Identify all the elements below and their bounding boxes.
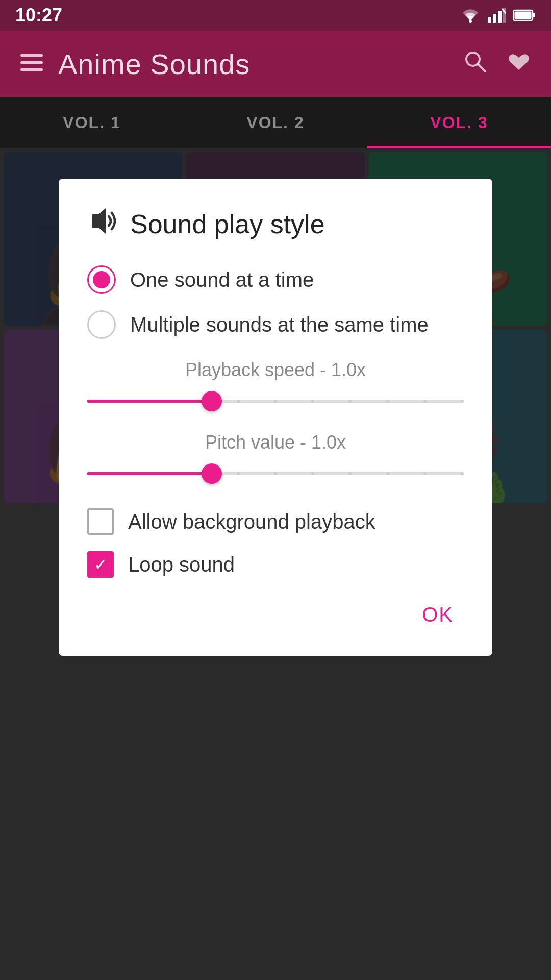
playback-speed-section: Playback speed - 1.0x	[87, 359, 464, 411]
app-title: Anime Sounds	[58, 47, 448, 81]
dialog-overlay: Sound play style One sound at a time Mul…	[0, 148, 551, 980]
sound-play-style-dialog: Sound play style One sound at a time Mul…	[59, 179, 492, 656]
app-bar-actions	[463, 50, 531, 78]
radio-inner-one-sound	[93, 271, 110, 288]
checkbox-bg-playback-box[interactable]	[87, 508, 114, 535]
checkbox-bg-playback-label: Allow background playback	[128, 510, 375, 533]
checkbox-loop-sound[interactable]: ✓ Loop sound	[87, 551, 464, 578]
status-icons	[460, 8, 536, 23]
battery-icon	[513, 9, 536, 22]
ok-button[interactable]: OK	[412, 598, 464, 631]
checkbox-section: Allow background playback ✓ Loop sound	[87, 508, 464, 578]
svg-rect-2	[493, 14, 496, 23]
checkbox-loop-sound-box[interactable]: ✓	[87, 551, 114, 578]
pitch-value-thumb[interactable]	[202, 463, 222, 484]
tab-vol1[interactable]: VOL. 1	[0, 97, 184, 148]
svg-marker-14	[92, 208, 106, 234]
checkbox-bg-playback[interactable]: Allow background playback	[87, 508, 464, 535]
svg-rect-8	[515, 12, 532, 19]
app-bar: Anime Sounds	[0, 31, 551, 97]
wifi-icon	[460, 8, 481, 23]
svg-rect-3	[498, 11, 502, 23]
playback-speed-label: Playback speed - 1.0x	[87, 359, 464, 381]
radio-multiple-sounds[interactable]	[87, 310, 116, 339]
svg-line-13	[478, 64, 485, 71]
playback-speed-slider[interactable]	[87, 391, 464, 411]
svg-rect-1	[488, 17, 491, 23]
svg-rect-7	[533, 13, 535, 17]
svg-rect-9	[20, 54, 43, 57]
dialog-title: Sound play style	[130, 209, 325, 239]
option-one-sound-label: One sound at a time	[130, 268, 314, 291]
favorites-button[interactable]	[507, 50, 531, 78]
status-bar: 10:27	[0, 0, 551, 31]
pitch-value-section: Pitch value - 1.0x	[87, 432, 464, 484]
tabs-bar: VOL. 1 VOL. 2 VOL. 3	[0, 97, 551, 148]
pitch-value-label: Pitch value - 1.0x	[87, 432, 464, 453]
svg-rect-10	[20, 61, 43, 64]
checkmark-icon: ✓	[94, 556, 108, 573]
svg-rect-11	[20, 68, 43, 71]
checkbox-loop-sound-label: Loop sound	[128, 553, 235, 576]
menu-button[interactable]	[20, 53, 43, 75]
search-button[interactable]	[463, 50, 487, 78]
radio-one-sound[interactable]	[87, 265, 116, 294]
option-multiple-sounds-label: Multiple sounds at the same time	[130, 313, 429, 336]
slider-track-fill-1	[87, 400, 212, 403]
status-time: 10:27	[15, 5, 62, 26]
slider-track-fill-2	[87, 472, 212, 475]
dialog-footer: OK	[87, 598, 464, 631]
option-multiple-sounds[interactable]: Multiple sounds at the same time	[87, 310, 464, 339]
tab-vol2[interactable]: VOL. 2	[184, 97, 367, 148]
background-content: 👧 🧑 👺 👦 🧕 🧟	[0, 148, 551, 980]
option-one-sound[interactable]: One sound at a time	[87, 265, 464, 294]
dialog-title-row: Sound play style	[87, 207, 464, 241]
svg-point-0	[469, 20, 472, 23]
tab-vol3[interactable]: VOL. 3	[367, 97, 551, 148]
playback-speed-thumb[interactable]	[202, 391, 222, 411]
signal-icon	[488, 8, 506, 23]
pitch-value-slider[interactable]	[87, 463, 464, 484]
sound-icon	[87, 207, 118, 241]
